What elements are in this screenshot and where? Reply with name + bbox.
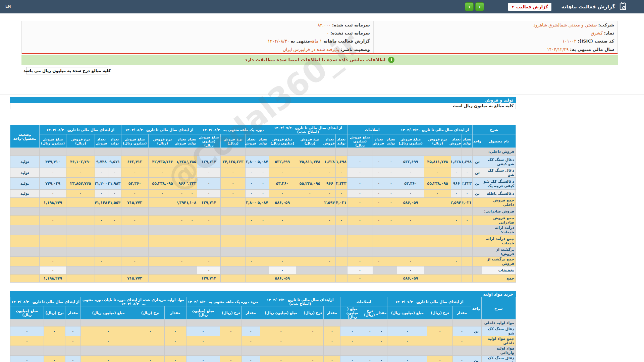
million-rial-row: کلیه مبالغ به میلیون ریال است <box>10 103 516 109</box>
row-label-cell: ذغال سنگ کک شو کیفي <box>482 156 516 168</box>
value-cell <box>296 216 324 225</box>
next-report-button[interactable]: › <box>465 2 474 11</box>
value-cell: ۰ <box>197 190 221 198</box>
column-header: نرخ (ریال) <box>302 306 324 319</box>
value-cell: ۰ <box>257 178 269 190</box>
column-header: نرخ (ریال) <box>136 306 164 319</box>
value-cell <box>296 207 324 216</box>
value-cell <box>108 247 121 257</box>
value-cell <box>376 319 387 326</box>
chevron-down-icon: ▼ <box>512 5 514 8</box>
value-cell <box>121 207 148 216</box>
value-cell <box>80 319 136 326</box>
value-cell: ۰ <box>324 168 335 178</box>
value-cell: ۰ <box>335 168 347 178</box>
value-cell <box>136 346 164 356</box>
row-label-cell: ذغالسنگ کک شو کیفي درجه یک <box>482 178 516 190</box>
value-cell: ۰ <box>347 198 373 207</box>
value-cell <box>324 225 335 235</box>
value-cell <box>95 207 108 216</box>
column-header: واحد <box>473 134 482 148</box>
value-cell <box>148 247 177 257</box>
value-cell <box>451 207 462 216</box>
value-cell: ۲,۳۲۳ <box>335 178 347 190</box>
value-cell <box>187 275 197 283</box>
info-label: سرمایه ثبت شده: <box>332 22 370 27</box>
value-cell: ۰ <box>187 235 197 247</box>
value-cell <box>242 319 260 326</box>
value-cell: تن <box>473 178 482 190</box>
value-cell: ۰ <box>385 198 397 207</box>
value-cell <box>452 346 471 356</box>
value-cell <box>427 336 452 346</box>
value-cell: ۰ <box>397 257 424 266</box>
value-cell: ۰ <box>186 326 220 336</box>
value-cell <box>462 266 473 275</box>
value-cell <box>397 225 424 235</box>
value-cell: ۷۱۵,۷۷۳ <box>121 198 148 207</box>
value-cell: ۰ <box>324 235 335 247</box>
value-cell: ۰ <box>451 235 462 247</box>
value-cell: ۴۱,۱۴۸ <box>95 198 108 207</box>
value-cell <box>471 336 481 346</box>
value-cell <box>324 275 335 283</box>
prev-report-button[interactable]: ‹ <box>475 2 484 11</box>
value-cell: ۰ <box>177 190 187 198</box>
value-cell <box>246 225 257 235</box>
value-cell <box>66 257 95 266</box>
value-cell <box>187 266 197 275</box>
column-header: نرخ فروش (ریال) <box>148 134 177 148</box>
column-header: مبلغ (میلیون ریال) <box>10 306 44 319</box>
value-cell: ۰ <box>220 168 245 178</box>
page-title: گزارش فعالیت ماهانه <box>561 4 615 10</box>
value-cell: ۵۵,۲۳۸,۰۹۵ <box>148 178 177 190</box>
value-cell: ۰ <box>340 326 364 336</box>
value-cell <box>296 198 324 207</box>
value-cell: ۰ <box>197 235 221 247</box>
value-cell: ۰ <box>385 235 397 247</box>
value-cell <box>246 148 257 156</box>
language-switch[interactable]: EN <box>5 4 11 9</box>
value-cell: ۰ <box>376 326 387 336</box>
value-cell: ۰ <box>462 216 473 225</box>
column-header: نام محصول <box>482 134 516 148</box>
value-cell <box>66 148 95 156</box>
value-cell: ۱۲۹,۷۱۴ <box>197 156 221 168</box>
column-header: مبلغ فروش (میلیون ریال) <box>39 134 66 148</box>
table-row: ذغال سنگ کک شوتن۰۰۰۰۰۰۰۰۰۰۰۰۰۰۰۰۰۰۰۰۰۰۰ت… <box>10 168 516 178</box>
report-type-dropdown[interactable]: گزارش فعالیت ▼ <box>508 3 551 11</box>
column-group-header: خرید دوره یک ماهه منتهی به ۱۴۰۴/۰۸/۳۰ <box>186 297 260 306</box>
value-cell: ۰ <box>257 235 269 247</box>
value-cell: ۰ <box>452 326 471 336</box>
row-label-cell: ذغال سنگ کک شو <box>481 356 516 362</box>
value-cell: ۰ <box>385 168 397 178</box>
value-cell: ۰ <box>269 257 296 266</box>
row-label-cell: جمع فروش صادراتی <box>482 216 516 225</box>
column-group-header: واحد <box>471 297 481 319</box>
value-cell <box>148 235 177 247</box>
column-group-header: از ابتدای سال مالی تا تاریخ ۱۴۰۴/۰۷/۳۰ (… <box>269 125 347 134</box>
value-cell: ۰ <box>246 178 257 190</box>
value-cell: ۰ <box>340 356 364 362</box>
value-cell: ۰ <box>66 190 95 198</box>
value-cell: ۱,۱۹۸,۴۴۹ <box>39 198 66 207</box>
total-row: جمع مواد اولیه داخلی۰۰۰۰۰۰۰۰۰۰۰۰ <box>10 336 516 346</box>
info-value: ۱۴۰۴/۰۸/۳۰ <box>268 39 291 44</box>
row-label-cell: درآمد ارائه خدمات: <box>482 225 516 235</box>
column-header: مبلغ ( میلیون ریال) <box>340 306 364 319</box>
value-cell <box>473 257 482 266</box>
value-cell: ۰ <box>39 257 66 266</box>
value-cell: ۰ <box>65 326 80 336</box>
value-cell: ۰ <box>335 235 347 247</box>
value-cell <box>148 198 177 207</box>
value-cell: ۰ <box>246 168 257 178</box>
value-cell <box>187 247 197 257</box>
value-cell <box>220 216 245 225</box>
value-cell <box>257 257 269 266</box>
value-cell <box>66 266 95 275</box>
value-cell <box>242 346 260 356</box>
value-cell <box>473 275 482 283</box>
value-cell <box>10 346 44 356</box>
value-cell: ۰ <box>451 168 462 178</box>
value-cell <box>220 336 242 346</box>
